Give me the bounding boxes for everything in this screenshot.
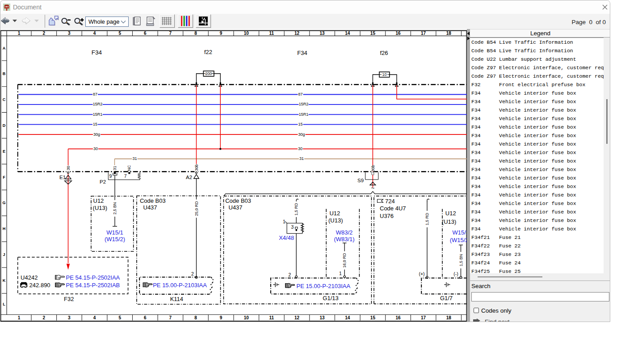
- svg-text:U12: U12: [93, 197, 104, 204]
- svg-text:18: 18: [446, 315, 452, 320]
- svg-text:1,5 RD: 1,5 RD: [294, 203, 298, 216]
- svg-text:2,5 BN: 2,5 BN: [113, 202, 117, 215]
- svg-text:1: 1: [339, 271, 342, 276]
- svg-text:U437: U437: [229, 204, 243, 211]
- svg-text:11: 11: [269, 315, 274, 320]
- svg-text:3: 3: [68, 315, 71, 320]
- svg-text:E: E: [3, 149, 5, 154]
- svg-text:87: 87: [298, 92, 302, 96]
- svg-text:X4/48: X4/48: [279, 234, 294, 241]
- svg-text:30b: 30b: [371, 165, 375, 172]
- svg-text:U4242: U4242: [21, 274, 38, 281]
- svg-text:C: C: [3, 97, 6, 102]
- svg-text:2: 2: [43, 31, 46, 36]
- svg-text:30: 30: [93, 146, 98, 151]
- svg-text:Code B03: Code B03: [140, 197, 166, 204]
- svg-text:A2: A2: [186, 175, 192, 180]
- svg-text:15R2: 15R2: [93, 102, 103, 106]
- svg-text:10: 10: [244, 315, 249, 320]
- svg-text:9: 9: [220, 31, 222, 36]
- svg-text:14: 14: [345, 315, 350, 320]
- svg-text:F34: F34: [297, 50, 307, 56]
- svg-text:S9: S9: [357, 178, 364, 183]
- svg-text:H: H: [3, 226, 6, 231]
- svg-text:L: L: [3, 302, 5, 306]
- svg-text:10: 10: [382, 72, 387, 77]
- svg-text:31: 31: [299, 156, 304, 161]
- svg-text:15R2: 15R2: [299, 102, 309, 106]
- svg-text:J: J: [3, 252, 5, 257]
- svg-text:3: 3: [291, 224, 294, 230]
- svg-text:17: 17: [421, 315, 426, 320]
- svg-text:P2: P2: [100, 179, 106, 184]
- svg-text:K: K: [3, 278, 6, 283]
- svg-text:1: 1: [283, 219, 285, 224]
- svg-text:1,5 RD: 1,5 RD: [425, 213, 429, 226]
- svg-text:PE 54.15-P-2502IAB: PE 54.15-P-2502IAB: [66, 282, 120, 289]
- svg-text:15: 15: [93, 122, 97, 126]
- svg-text:30g: 30g: [93, 132, 100, 137]
- svg-text:13: 13: [320, 31, 325, 36]
- svg-text:6: 6: [144, 315, 147, 320]
- svg-text:18: 18: [446, 31, 452, 36]
- svg-text:8: 8: [194, 31, 197, 36]
- svg-text:(+): (+): [419, 271, 424, 276]
- svg-text:14: 14: [345, 31, 350, 36]
- svg-text:(U13): (U13): [328, 217, 343, 224]
- svg-text:F: F: [3, 175, 5, 180]
- svg-text:12: 12: [294, 31, 300, 36]
- svg-text:(W83/1): (W83/1): [334, 236, 354, 243]
- svg-text:6: 6: [144, 31, 147, 36]
- svg-text:87: 87: [93, 92, 97, 96]
- svg-text:(U13): (U13): [93, 205, 108, 211]
- svg-text:200: 200: [206, 71, 212, 76]
- svg-text:724: 724: [385, 198, 395, 205]
- svg-text:PE 15.00-P-2103IAA: PE 15.00-P-2103IAA: [297, 283, 351, 289]
- svg-text:f22: f22: [204, 49, 212, 55]
- svg-text:16,0 RD: 16,0 RD: [342, 253, 347, 268]
- svg-text:U12: U12: [445, 210, 456, 217]
- svg-text:9: 9: [109, 173, 112, 179]
- svg-text:7: 7: [169, 31, 172, 36]
- svg-text:G1/7: G1/7: [440, 295, 453, 301]
- svg-text:D: D: [3, 123, 6, 128]
- svg-text:30b: 30b: [194, 164, 199, 171]
- svg-text:2: 2: [191, 271, 194, 276]
- svg-text:E1: E1: [59, 175, 66, 180]
- svg-text:(-): (-): [453, 271, 458, 276]
- svg-text:B: B: [3, 71, 6, 76]
- svg-text:W15/1: W15/1: [106, 229, 123, 236]
- svg-text:1,5 BN: 1,5 BN: [459, 254, 463, 267]
- svg-text:17: 17: [421, 31, 426, 36]
- svg-text:31: 31: [132, 156, 137, 161]
- svg-text:U437: U437: [143, 204, 157, 211]
- svg-text:U376: U376: [380, 213, 394, 219]
- svg-text:Code 4U7: Code 4U7: [380, 205, 406, 212]
- svg-text:30g: 30g: [298, 132, 305, 137]
- svg-text:15R1: 15R1: [299, 112, 309, 117]
- svg-text:(W15/2): (W15/2): [450, 237, 467, 243]
- svg-text:7: 7: [124, 173, 127, 179]
- svg-text:PE 15.00-P-2103IAA: PE 15.00-P-2103IAA: [153, 282, 207, 289]
- svg-text:16: 16: [395, 31, 401, 36]
- svg-text:1: 1: [18, 315, 21, 320]
- svg-text:15: 15: [298, 122, 302, 126]
- svg-text:25,0 RD: 25,0 RD: [194, 201, 199, 216]
- svg-text:16: 16: [395, 315, 401, 320]
- svg-text:PE 54.15-P-2502IAA: PE 54.15-P-2502IAA: [66, 274, 120, 281]
- svg-text:15R1: 15R1: [93, 112, 103, 117]
- svg-text:W15/1: W15/1: [453, 229, 467, 236]
- svg-text:W83/2: W83/2: [336, 229, 353, 236]
- svg-text:f26: f26: [380, 50, 388, 56]
- svg-text:30: 30: [298, 146, 302, 151]
- svg-text:15: 15: [370, 31, 376, 36]
- svg-text:5: 5: [118, 31, 121, 36]
- svg-text:30: 30: [66, 166, 71, 170]
- svg-text:13: 13: [320, 315, 325, 320]
- svg-text:Code B03: Code B03: [225, 197, 251, 204]
- svg-text:NC: NC: [127, 165, 131, 171]
- svg-text:F32: F32: [64, 296, 74, 302]
- svg-text:F34: F34: [92, 49, 102, 56]
- svg-text:3: 3: [68, 31, 71, 36]
- svg-text:15: 15: [370, 315, 376, 320]
